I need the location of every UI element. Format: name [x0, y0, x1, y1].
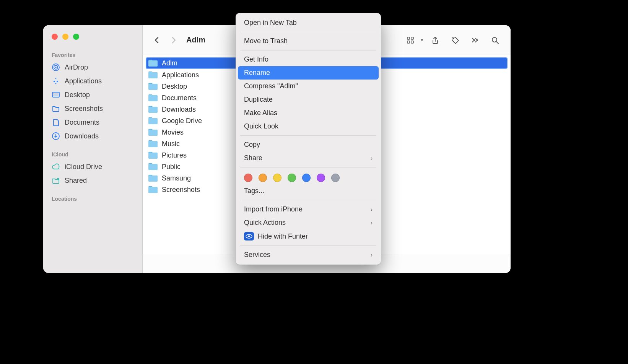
menu-label: Open in New Tab — [244, 19, 297, 27]
menu-label: Quick Actions — [244, 219, 286, 227]
share-icon — [431, 36, 439, 44]
downloads-icon — [52, 132, 60, 140]
menu-separator — [240, 32, 376, 32]
document-icon — [52, 118, 60, 127]
folder-name: Screenshots — [162, 186, 200, 194]
chevron-right-icon: › — [371, 206, 373, 213]
menu-label: Hide with Funter — [258, 232, 308, 240]
chevron-right-icon: › — [371, 252, 373, 258]
search-button[interactable] — [487, 34, 503, 47]
view-mode-button[interactable] — [402, 34, 418, 47]
chevron-left-icon — [153, 36, 161, 44]
menu-import-iphone[interactable]: Import from iPhone› — [236, 203, 381, 216]
more-icon — [471, 36, 479, 44]
menu-separator — [240, 135, 376, 136]
more-button[interactable] — [467, 34, 483, 47]
menu-duplicate[interactable]: Duplicate — [236, 93, 381, 106]
sidebar-item-documents[interactable]: Documents — [43, 115, 142, 129]
menu-quick-actions[interactable]: Quick Actions› — [236, 216, 381, 229]
menu-share[interactable]: Share› — [236, 151, 381, 165]
desktop-icon — [52, 91, 60, 99]
folder-name: Adlm — [162, 59, 177, 67]
menu-label: Get Info — [244, 55, 268, 63]
sidebar-item-icloud-drive[interactable]: iCloud Drive — [43, 160, 142, 174]
folder-name: Downloads — [162, 106, 196, 114]
menu-get-info[interactable]: Get Info — [236, 53, 381, 66]
cloud-icon — [52, 162, 60, 171]
shared-folder-icon — [52, 176, 60, 185]
menu-services[interactable]: Services› — [236, 248, 381, 262]
nav-forward-button[interactable] — [167, 34, 180, 47]
menu-make-alias[interactable]: Make Alias — [236, 106, 381, 120]
tags-button[interactable] — [447, 34, 463, 47]
sidebar-item-desktop[interactable]: Desktop — [43, 88, 142, 102]
tag-color-dot[interactable] — [259, 174, 267, 182]
close-button[interactable] — [52, 34, 58, 40]
menu-tags[interactable]: Tags... — [236, 184, 381, 198]
folder-icon — [148, 82, 158, 91]
sidebar-item-label: Screenshots — [65, 105, 103, 113]
tag-color-dot[interactable] — [331, 174, 340, 182]
tag-color-dot[interactable] — [317, 174, 325, 182]
folder-icon — [148, 117, 158, 125]
folder-icon — [148, 94, 158, 102]
menu-hide-funter[interactable]: Hide with Funter — [236, 229, 381, 243]
sidebar-item-applications[interactable]: Applications — [43, 74, 142, 88]
menu-separator — [240, 200, 376, 200]
chevron-right-icon: › — [371, 155, 373, 162]
tag-color-dot[interactable] — [244, 174, 252, 182]
folder-name: Movies — [162, 128, 184, 136]
menu-label: Duplicate — [244, 96, 273, 104]
menu-rename[interactable]: Rename — [238, 66, 379, 80]
menu-copy[interactable]: Copy — [236, 138, 381, 151]
airdrop-icon — [52, 63, 60, 72]
tag-color-dot[interactable] — [273, 174, 281, 182]
sidebar-item-label: AirDrop — [65, 63, 88, 72]
folder-name: Documents — [162, 94, 197, 102]
folder-name: Pictures — [162, 151, 187, 159]
sidebar: Favorites AirDrop Applications Desktop S… — [43, 25, 143, 273]
folder-name: Applications — [162, 71, 199, 79]
menu-open-new-tab[interactable]: Open in New Tab — [236, 16, 381, 29]
sidebar-item-airdrop[interactable]: AirDrop — [43, 60, 142, 74]
folder-icon — [52, 104, 60, 113]
sidebar-item-label: iCloud Drive — [65, 163, 102, 171]
sidebar-item-screenshots[interactable]: Screenshots — [43, 102, 142, 115]
tag-color-dot[interactable] — [302, 174, 311, 182]
sidebar-item-label: Shared — [65, 177, 87, 185]
menu-move-to-trash[interactable]: Move to Trash — [236, 34, 381, 48]
folder-icon — [148, 71, 158, 79]
folder-name: Public — [162, 163, 181, 171]
menu-label: Quick Look — [244, 122, 278, 130]
minimize-button[interactable] — [62, 34, 68, 40]
sidebar-item-shared[interactable]: Shared — [43, 174, 142, 187]
context-menu: Open in New Tab Move to Trash Get Info R… — [236, 13, 381, 265]
grid-icon — [406, 36, 415, 44]
menu-quick-look[interactable]: Quick Look — [236, 120, 381, 133]
search-icon — [491, 36, 499, 44]
menu-label: Services — [244, 251, 270, 259]
maximize-button[interactable] — [73, 34, 79, 40]
menu-label: Share — [244, 154, 262, 162]
window-controls — [43, 34, 142, 49]
sidebar-item-label: Applications — [65, 77, 102, 85]
menu-separator — [240, 245, 376, 246]
tag-icon — [451, 36, 459, 44]
folder-icon — [148, 162, 158, 171]
sidebar-item-downloads[interactable]: Downloads — [43, 129, 142, 143]
folder-icon — [148, 140, 158, 148]
chevron-right-icon: › — [371, 219, 373, 226]
folder-icon — [148, 59, 158, 67]
sidebar-heading-locations: Locations — [43, 193, 142, 204]
menu-compress[interactable]: Compress "Adlm" — [236, 80, 381, 93]
tag-color-dot[interactable] — [288, 174, 296, 182]
folder-icon — [148, 174, 158, 182]
menu-separator — [240, 167, 376, 167]
folder-icon — [148, 151, 158, 159]
menu-label: Move to Trash — [244, 37, 288, 45]
nav-back-button[interactable] — [150, 34, 163, 47]
window-title: Adlm — [186, 36, 205, 44]
folder-icon — [148, 105, 158, 114]
tag-color-row — [236, 170, 381, 184]
share-button[interactable] — [427, 34, 443, 47]
